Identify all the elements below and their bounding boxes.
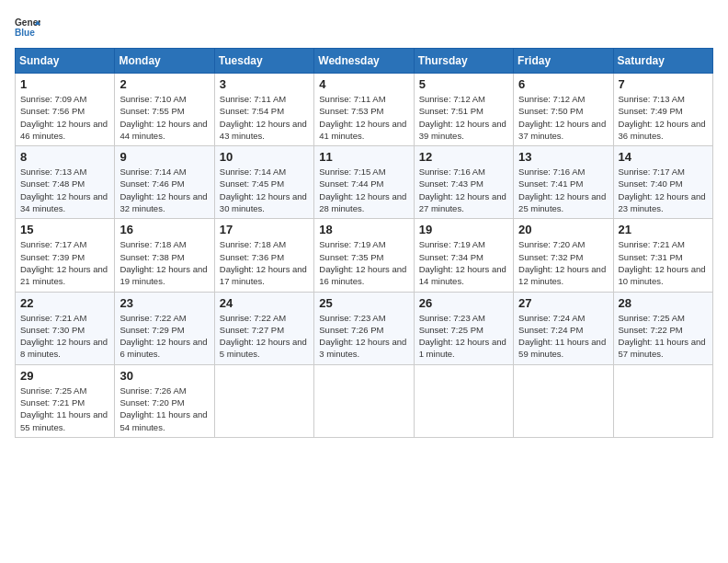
- day-info: Sunrise: 7:23 AM Sunset: 7:25 PM Dayligh…: [419, 312, 508, 361]
- day-info: Sunrise: 7:22 AM Sunset: 7:27 PM Dayligh…: [220, 312, 309, 361]
- calendar-day-cell: 2 Sunrise: 7:10 AM Sunset: 7:55 PM Dayli…: [115, 74, 214, 146]
- day-number: 11: [319, 150, 408, 164]
- logo-icon: General Blue: [15, 15, 40, 40]
- day-number: 28: [619, 296, 708, 310]
- day-info: Sunrise: 7:18 AM Sunset: 7:38 PM Dayligh…: [119, 238, 209, 287]
- day-info: Sunrise: 7:25 AM Sunset: 7:21 PM Dayligh…: [20, 385, 109, 433]
- day-info: Sunrise: 7:15 AM Sunset: 7:44 PM Dayligh…: [319, 166, 408, 214]
- day-info: Sunrise: 7:10 AM Sunset: 7:55 PM Dayligh…: [119, 93, 209, 142]
- day-info: Sunrise: 7:17 AM Sunset: 7:40 PM Dayligh…: [619, 166, 708, 214]
- day-info: Sunrise: 7:16 AM Sunset: 7:41 PM Dayligh…: [518, 166, 608, 214]
- weekday-header-monday: Monday: [115, 49, 214, 74]
- day-info: Sunrise: 7:14 AM Sunset: 7:45 PM Dayligh…: [220, 166, 309, 214]
- calendar-week-row: 15 Sunrise: 7:17 AM Sunset: 7:39 PM Dayl…: [16, 219, 713, 292]
- weekday-header-saturday: Saturday: [613, 49, 712, 74]
- day-number: 20: [518, 223, 608, 236]
- day-info: Sunrise: 7:21 AM Sunset: 7:30 PM Dayligh…: [20, 312, 109, 361]
- day-info: Sunrise: 7:19 AM Sunset: 7:35 PM Dayligh…: [319, 238, 408, 287]
- calendar-empty-cell: [214, 364, 313, 437]
- day-number: 30: [119, 369, 209, 383]
- day-info: Sunrise: 7:20 AM Sunset: 7:32 PM Dayligh…: [518, 238, 608, 287]
- day-number: 19: [419, 223, 508, 236]
- calendar-day-cell: 15 Sunrise: 7:17 AM Sunset: 7:39 PM Dayl…: [16, 219, 115, 292]
- page-header: General Blue: [15, 15, 713, 40]
- weekday-header-friday: Friday: [514, 49, 613, 74]
- calendar-day-cell: 25 Sunrise: 7:23 AM Sunset: 7:26 PM Dayl…: [314, 292, 414, 364]
- calendar-day-cell: 23 Sunrise: 7:22 AM Sunset: 7:29 PM Dayl…: [115, 292, 214, 364]
- calendar-day-cell: 18 Sunrise: 7:19 AM Sunset: 7:35 PM Dayl…: [314, 219, 414, 292]
- day-info: Sunrise: 7:24 AM Sunset: 7:24 PM Dayligh…: [518, 312, 608, 361]
- day-number: 17: [220, 223, 309, 236]
- calendar-day-cell: 30 Sunrise: 7:26 AM Sunset: 7:20 PM Dayl…: [115, 364, 214, 437]
- day-number: 9: [119, 150, 209, 164]
- day-number: 18: [319, 223, 408, 236]
- weekday-header-tuesday: Tuesday: [214, 49, 313, 74]
- calendar-day-cell: 28 Sunrise: 7:25 AM Sunset: 7:22 PM Dayl…: [613, 292, 712, 364]
- day-number: 5: [419, 77, 508, 91]
- calendar-day-cell: 4 Sunrise: 7:11 AM Sunset: 7:53 PM Dayli…: [314, 74, 414, 146]
- day-number: 26: [419, 296, 508, 310]
- day-info: Sunrise: 7:17 AM Sunset: 7:39 PM Dayligh…: [20, 238, 109, 287]
- day-number: 8: [20, 150, 109, 164]
- day-number: 21: [619, 223, 708, 236]
- calendar-day-cell: 1 Sunrise: 7:09 AM Sunset: 7:56 PM Dayli…: [16, 74, 115, 146]
- calendar-week-row: 1 Sunrise: 7:09 AM Sunset: 7:56 PM Dayli…: [16, 74, 713, 146]
- calendar-empty-cell: [514, 364, 613, 437]
- calendar-day-cell: 22 Sunrise: 7:21 AM Sunset: 7:30 PM Dayl…: [16, 292, 115, 364]
- day-info: Sunrise: 7:09 AM Sunset: 7:56 PM Dayligh…: [20, 93, 109, 142]
- day-number: 23: [119, 296, 209, 310]
- calendar-day-cell: 9 Sunrise: 7:14 AM Sunset: 7:46 PM Dayli…: [115, 146, 214, 219]
- day-number: 13: [518, 150, 608, 164]
- day-info: Sunrise: 7:25 AM Sunset: 7:22 PM Dayligh…: [619, 312, 708, 361]
- weekday-header-wednesday: Wednesday: [314, 49, 414, 74]
- calendar-empty-cell: [414, 364, 513, 437]
- day-number: 29: [20, 369, 109, 383]
- day-number: 1: [20, 77, 109, 91]
- calendar-day-cell: 19 Sunrise: 7:19 AM Sunset: 7:34 PM Dayl…: [414, 219, 513, 292]
- day-info: Sunrise: 7:22 AM Sunset: 7:29 PM Dayligh…: [119, 312, 209, 361]
- calendar-day-cell: 12 Sunrise: 7:16 AM Sunset: 7:43 PM Dayl…: [414, 146, 513, 219]
- day-info: Sunrise: 7:26 AM Sunset: 7:20 PM Dayligh…: [119, 385, 209, 433]
- day-number: 3: [220, 77, 309, 91]
- weekday-header-row: SundayMondayTuesdayWednesdayThursdayFrid…: [16, 49, 713, 74]
- calendar-day-cell: 11 Sunrise: 7:15 AM Sunset: 7:44 PM Dayl…: [314, 146, 414, 219]
- calendar-week-row: 22 Sunrise: 7:21 AM Sunset: 7:30 PM Dayl…: [16, 292, 713, 364]
- day-info: Sunrise: 7:21 AM Sunset: 7:31 PM Dayligh…: [619, 238, 708, 287]
- day-number: 25: [319, 296, 408, 310]
- calendar-day-cell: 26 Sunrise: 7:23 AM Sunset: 7:25 PM Dayl…: [414, 292, 513, 364]
- day-number: 15: [20, 223, 109, 236]
- day-info: Sunrise: 7:13 AM Sunset: 7:49 PM Dayligh…: [619, 93, 708, 142]
- day-number: 2: [119, 77, 209, 91]
- day-info: Sunrise: 7:12 AM Sunset: 7:51 PM Dayligh…: [419, 93, 508, 142]
- calendar-day-cell: 3 Sunrise: 7:11 AM Sunset: 7:54 PM Dayli…: [214, 74, 313, 146]
- calendar-empty-cell: [314, 364, 414, 437]
- calendar-week-row: 8 Sunrise: 7:13 AM Sunset: 7:48 PM Dayli…: [16, 146, 713, 219]
- calendar-day-cell: 7 Sunrise: 7:13 AM Sunset: 7:49 PM Dayli…: [613, 74, 712, 146]
- day-info: Sunrise: 7:14 AM Sunset: 7:46 PM Dayligh…: [119, 166, 209, 214]
- calendar-day-cell: 21 Sunrise: 7:21 AM Sunset: 7:31 PM Dayl…: [613, 219, 712, 292]
- day-info: Sunrise: 7:19 AM Sunset: 7:34 PM Dayligh…: [419, 238, 508, 287]
- calendar-day-cell: 27 Sunrise: 7:24 AM Sunset: 7:24 PM Dayl…: [514, 292, 613, 364]
- calendar-day-cell: 16 Sunrise: 7:18 AM Sunset: 7:38 PM Dayl…: [115, 219, 214, 292]
- day-info: Sunrise: 7:11 AM Sunset: 7:53 PM Dayligh…: [319, 93, 408, 142]
- day-number: 10: [220, 150, 309, 164]
- calendar-week-row: 29 Sunrise: 7:25 AM Sunset: 7:21 PM Dayl…: [16, 364, 713, 437]
- day-info: Sunrise: 7:18 AM Sunset: 7:36 PM Dayligh…: [220, 238, 309, 287]
- calendar-day-cell: 29 Sunrise: 7:25 AM Sunset: 7:21 PM Dayl…: [16, 364, 115, 437]
- day-number: 16: [119, 223, 209, 236]
- day-info: Sunrise: 7:13 AM Sunset: 7:48 PM Dayligh…: [20, 166, 109, 214]
- day-number: 14: [619, 150, 708, 164]
- calendar-day-cell: 24 Sunrise: 7:22 AM Sunset: 7:27 PM Dayl…: [214, 292, 313, 364]
- calendar-day-cell: 17 Sunrise: 7:18 AM Sunset: 7:36 PM Dayl…: [214, 219, 313, 292]
- day-info: Sunrise: 7:23 AM Sunset: 7:26 PM Dayligh…: [319, 312, 408, 361]
- day-info: Sunrise: 7:16 AM Sunset: 7:43 PM Dayligh…: [419, 166, 508, 214]
- svg-text:Blue: Blue: [15, 28, 35, 38]
- calendar-empty-cell: [613, 364, 712, 437]
- calendar-day-cell: 6 Sunrise: 7:12 AM Sunset: 7:50 PM Dayli…: [514, 74, 613, 146]
- day-number: 22: [20, 296, 109, 310]
- day-number: 27: [518, 296, 608, 310]
- logo: General Blue: [15, 15, 44, 40]
- calendar-day-cell: 10 Sunrise: 7:14 AM Sunset: 7:45 PM Dayl…: [214, 146, 313, 219]
- day-number: 6: [518, 77, 608, 91]
- calendar-day-cell: 13 Sunrise: 7:16 AM Sunset: 7:41 PM Dayl…: [514, 146, 613, 219]
